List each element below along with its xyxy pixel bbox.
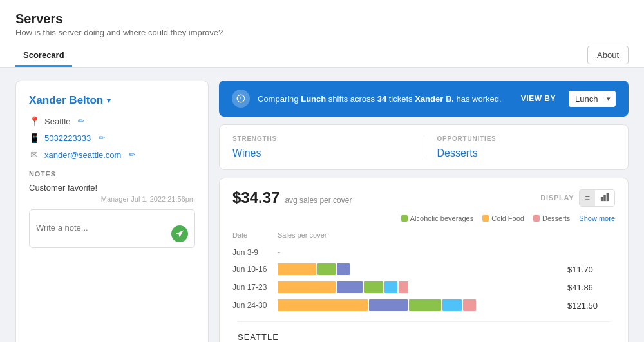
- notes-input-wrap: [29, 209, 195, 248]
- legend-item-alcoholic: Alcoholic beverages: [401, 214, 473, 222]
- legend-dot-alcoholic: [401, 215, 408, 222]
- row-date: Jun 24-30: [232, 296, 278, 314]
- avg-sales: $34.37 avg sales per cover: [232, 189, 352, 207]
- email-icon: ✉: [29, 149, 39, 160]
- chart-header: $34.37 avg sales per cover DISPLAY ≡: [232, 189, 615, 207]
- col-date: Date: [232, 229, 278, 244]
- server-short-name: Xander B.: [415, 94, 454, 104]
- row-date: Jun 3-9: [232, 244, 278, 260]
- opportunities-value: Desserts: [437, 147, 616, 159]
- opportunities-label: OPPORTUNITIES: [437, 135, 616, 142]
- row-value: $121.50: [562, 296, 615, 314]
- notes-input[interactable]: [36, 223, 171, 242]
- col-sales: Sales per cover: [278, 229, 562, 244]
- tab-about[interactable]: About: [587, 46, 629, 64]
- notes-meta: Manager Jul 1, 2022 21:56pm: [29, 195, 195, 203]
- location-icon: 📍: [29, 116, 39, 126]
- legend-dot-desserts: [533, 215, 540, 222]
- row-date: Jun 10-16: [232, 260, 278, 278]
- avg-label: avg sales per cover: [285, 196, 352, 205]
- display-controls: DISPLAY ≡: [540, 189, 615, 207]
- opportunities-col: OPPORTUNITIES Desserts: [424, 135, 616, 159]
- info-bar: Comparing Lunch shifts across 34 tickets…: [219, 81, 629, 117]
- table-row: Jun 3-9 -: [232, 244, 615, 260]
- strengths-label: STRENGTHS: [232, 135, 411, 142]
- location-edit-icon[interactable]: ✏: [78, 117, 84, 126]
- page-subtitle: How is this server doing and where could…: [15, 28, 629, 37]
- display-bar-button[interactable]: [595, 190, 614, 206]
- notes-content: Customer favorite!: [29, 183, 195, 193]
- server-location: Seattle: [44, 117, 70, 126]
- row-bar: [278, 260, 562, 278]
- info-bar-text: Comparing Lunch shifts across 34 tickets…: [258, 94, 513, 104]
- page-title: Servers: [15, 12, 629, 26]
- strengths-col: STRENGTHS Wines: [232, 135, 411, 159]
- section-label: SEATTLE: [232, 329, 615, 342]
- server-name[interactable]: Xander Belton ▾: [29, 94, 195, 107]
- legend-label-alcoholic: Alcoholic beverages: [410, 214, 473, 222]
- shift-type: Lunch: [301, 94, 326, 104]
- ticket-count: 34: [377, 94, 386, 104]
- view-by-label: VIEW BY: [521, 94, 556, 103]
- location-row: 📍 Seattle ✏: [29, 116, 195, 126]
- server-email[interactable]: xander@seattle.com: [44, 150, 121, 160]
- table-row: Jun 17-23 $41.86: [232, 278, 615, 296]
- main-content: Xander Belton ▾ 📍 Seattle ✏ 📱 5032223333…: [0, 68, 644, 342]
- page-header: Servers How is this server doing and whe…: [0, 0, 644, 68]
- legend-label-desserts: Desserts: [542, 214, 570, 222]
- chart-table: Date Sales per cover Jun 3-9 - Jun 10-16…: [232, 229, 615, 342]
- row-bar: [278, 278, 562, 296]
- page: Servers How is this server doing and whe…: [0, 0, 644, 342]
- strengths-value: Wines: [232, 147, 411, 159]
- phone-edit-icon[interactable]: ✏: [99, 133, 105, 142]
- notes-submit-button[interactable]: [171, 225, 188, 242]
- email-row: ✉ xander@seattle.com ✏: [29, 149, 195, 160]
- row-value: [562, 244, 615, 260]
- display-btn-group: ≡: [579, 189, 615, 207]
- right-panel: Comparing Lunch shifts across 34 tickets…: [219, 81, 629, 342]
- phone-row: 📱 5032223333 ✏: [29, 133, 195, 143]
- tabs-bar: Scorecard About: [15, 45, 629, 67]
- view-by-select-wrap: Lunch Dinner All: [569, 91, 616, 107]
- info-icon: [232, 90, 250, 108]
- tab-scorecard[interactable]: Scorecard: [15, 45, 72, 67]
- chart-card: $34.37 avg sales per cover DISPLAY ≡: [219, 178, 629, 342]
- legend-item-cold: Cold Food: [482, 214, 524, 222]
- dropdown-caret-icon: ▾: [107, 97, 111, 105]
- row-bar: [278, 296, 562, 314]
- svg-rect-1: [601, 197, 603, 201]
- notes-section: NOTES Customer favorite! Manager Jul 1, …: [29, 170, 195, 248]
- legend-label-cold: Cold Food: [491, 214, 524, 222]
- email-edit-icon[interactable]: ✏: [129, 150, 135, 159]
- svg-rect-3: [607, 193, 609, 200]
- legend-dot-cold: [482, 215, 489, 222]
- notes-label: NOTES: [29, 170, 195, 178]
- row-bar: -: [278, 244, 562, 260]
- table-row: Jun 24-30 $121.50: [232, 296, 615, 314]
- strengths-opportunities-card: STRENGTHS Wines OPPORTUNITIES Desserts: [219, 124, 629, 170]
- legend-item-desserts: Desserts: [533, 214, 570, 222]
- server-panel: Xander Belton ▾ 📍 Seattle ✏ 📱 5032223333…: [15, 81, 209, 342]
- server-phone[interactable]: 5032223333: [44, 133, 91, 143]
- svg-rect-2: [603, 195, 606, 201]
- view-by-select[interactable]: Lunch Dinner All: [569, 91, 616, 107]
- table-row: Jun 10-16 $11.70: [232, 260, 615, 278]
- display-list-button[interactable]: ≡: [580, 190, 595, 206]
- row-value: $11.70: [562, 260, 615, 278]
- display-label: DISPLAY: [540, 194, 574, 202]
- show-more-link[interactable]: Show more: [579, 214, 615, 222]
- phone-icon: 📱: [29, 133, 39, 143]
- avg-amount: $34.37: [232, 189, 279, 207]
- row-date: Jun 17-23: [232, 278, 278, 296]
- row-value: $41.86: [562, 278, 615, 296]
